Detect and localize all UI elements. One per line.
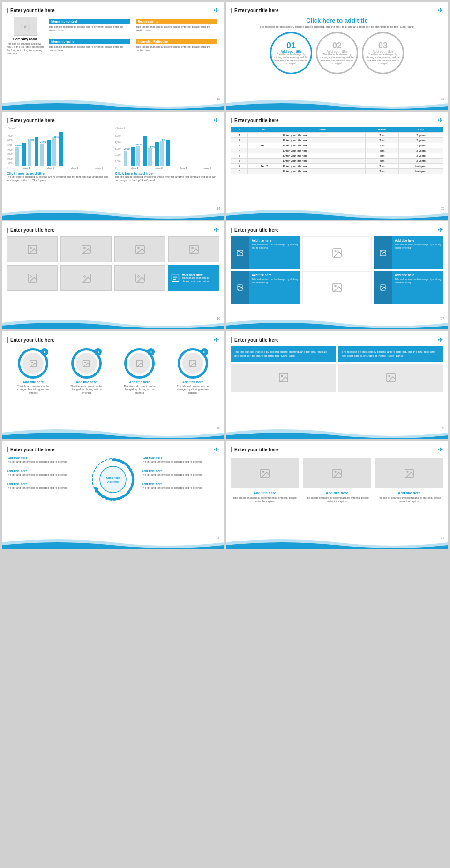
svg-point-17: [239, 251, 240, 252]
slide-19: Enter your title here ✈ The title can be…: [226, 331, 448, 439]
slide-12-left: Company name Title can be changed and ne…: [7, 17, 44, 56]
s17-title-3: Add title here: [395, 239, 441, 242]
wave-13: [226, 97, 448, 110]
wave-16: [2, 316, 224, 329]
s20-right-title-1: Add title here: [142, 456, 219, 459]
slide-14-charts: ▪ Series 1 7,0006,0005,0004,0003,0002,00…: [7, 127, 219, 182]
box-4: Internship Reflection Title can be chang…: [134, 37, 219, 55]
s21-col-title-3: Add title here: [375, 491, 443, 495]
col-header-name: Name: [365, 127, 398, 133]
bar-group-6: +50%: [136, 136, 147, 166]
company-desc: Title can be changed and new input, in t…: [7, 42, 44, 56]
col-header-time: Time: [399, 127, 443, 133]
slide-13-icon: ✈: [438, 7, 443, 14]
img-cell-4: [168, 236, 219, 262]
slide-12-header: Enter your title here ✈: [7, 7, 219, 14]
table-cell-item: [248, 169, 281, 174]
s20-right-item-1: Add title here The title and content can…: [142, 456, 219, 464]
s18-item-4: D Add title here The title and content c…: [174, 348, 211, 395]
wave-18: [2, 426, 224, 439]
slide-20-icon: ✈: [214, 446, 219, 453]
slide-19-icon: ✈: [438, 336, 443, 343]
chart-2-labels: class 1 class 2 class 3 class 4: [123, 167, 219, 169]
s20-left-title-1: Add title here: [7, 456, 84, 459]
s18-item-2: B Add title here The title and content c…: [68, 348, 105, 395]
company-image: [14, 17, 37, 36]
slide-13-title: Enter your title here: [231, 8, 278, 13]
s17-img-4: [231, 271, 249, 304]
s17-text-3: Title and content can be changed by clic…: [395, 243, 441, 249]
slide-20-header: Enter your title here ✈: [7, 446, 219, 453]
chart-1-click-text: The title can be changed by clicking and…: [7, 175, 111, 182]
s21-col-3: Add title here Title can be changed by c…: [375, 458, 443, 503]
wave-17: [226, 316, 448, 329]
table-cell-item: [248, 153, 281, 159]
slide-19-header: Enter your title here ✈: [231, 336, 443, 343]
s20-right-title-2: Add title here: [142, 469, 219, 472]
slide-16-header: Enter your title here ✈: [7, 226, 219, 234]
svg-point-2: [30, 247, 31, 249]
circle-3: 03 Add your title The title can be chang…: [362, 32, 404, 74]
bar-group-7: +34%: [148, 142, 159, 166]
s17-info-6: Add title here Title and content can be …: [392, 271, 443, 304]
circle-1: 01 Add your title The title can be chang…: [270, 32, 312, 74]
table-cell-num: 1: [231, 133, 248, 138]
circle-1-num: 01: [286, 41, 296, 50]
table-cell-num: 8: [231, 169, 248, 174]
bar-group-2: +18%: [28, 137, 38, 166]
bar-group-5: +25%: [124, 147, 135, 166]
slide-15-title: Enter your title here: [231, 118, 278, 123]
s20-left-item-2: Add title here The title and content can…: [7, 469, 84, 477]
img-cell-5: [7, 265, 58, 291]
s21-col-text-1: Title can be changed by clicking and re-…: [231, 496, 299, 503]
s19-text-1: The title can be changed by clicking and…: [234, 350, 332, 358]
s19-box-1: The title can be changed by clicking and…: [231, 346, 336, 362]
svg-point-33: [138, 362, 139, 363]
img-cell-2: [60, 236, 112, 262]
bar-group-4: +22%: [52, 132, 63, 166]
s20-left-item-3: Add title here The title and content can…: [7, 482, 84, 490]
slide-16-grid: Add title here Title can be changed by c…: [7, 236, 219, 291]
s17-info-3: Add title here Title and content can be …: [392, 236, 443, 269]
table-cell-num: 3: [231, 143, 248, 148]
slide-12-right: Internship content Title can be changed …: [47, 17, 219, 56]
table-cell-num: 7: [231, 164, 248, 169]
img-cell-1: [7, 236, 58, 262]
slide-18-header: Enter your title here ✈: [7, 336, 219, 343]
table-cell-num: 5: [231, 153, 248, 159]
s18-badge-4: D: [201, 348, 208, 356]
table-cell-time: 2 years: [399, 133, 443, 138]
s19-img-1: [231, 364, 336, 392]
slide-15: Enter your title here ✈ # Item Content N…: [226, 112, 448, 220]
table-cell-item: [248, 148, 281, 153]
slide-17-title: Enter your title here: [231, 228, 278, 233]
s20-right-text-2: The title and content can be changed and…: [142, 473, 219, 477]
s18-text-4: The title and content can be changed by …: [174, 385, 211, 395]
svg-point-29: [31, 362, 32, 363]
slide-13-main-title: Click here to add title: [231, 17, 443, 24]
svg-point-45: [262, 471, 264, 472]
s18-outer-4: D: [178, 348, 208, 379]
s20-right-text-3: The title and content can be changed and…: [142, 487, 219, 490]
s18-text-2: The title and content can be changed by …: [68, 385, 105, 395]
box-1-text: Title can be changed by clicking and re-…: [49, 25, 130, 32]
box-3-title: Internship gains: [49, 39, 130, 44]
img-cell-8-blue: Add title here Title can be changed by c…: [168, 265, 219, 291]
cell-8-title: Add title here: [182, 273, 217, 276]
svg-point-49: [407, 471, 408, 472]
s17-cell-5: [302, 271, 372, 304]
table-cell-time: half-year: [399, 164, 443, 169]
table-cell-time: 2 years: [399, 143, 443, 148]
chart-1-legend: ▪ Series 1: [7, 127, 111, 129]
chart-1-y: 7,0006,0005,0004,0003,0002,0001,0000: [7, 134, 14, 169]
chart-2-y: 5,0004,0003,0002,0001,0000: [115, 134, 122, 169]
cell-8-text: Title can be changed by clicking and re-…: [182, 276, 217, 283]
table-cell-time: 2 years: [399, 159, 443, 164]
slide-21-cols: Add title here Title can be changed by c…: [231, 458, 443, 503]
s20-left-item-1: Add title here The title and content can…: [7, 456, 84, 464]
table-row: 4Enter your title hereTom2 years: [231, 148, 443, 153]
col-header-item: Item: [248, 127, 281, 133]
s21-col-2: Add title here Title can be changed by c…: [303, 458, 371, 503]
s21-img-3: [375, 458, 443, 488]
chart-2-area: +25% +50% +34%: [123, 130, 219, 166]
